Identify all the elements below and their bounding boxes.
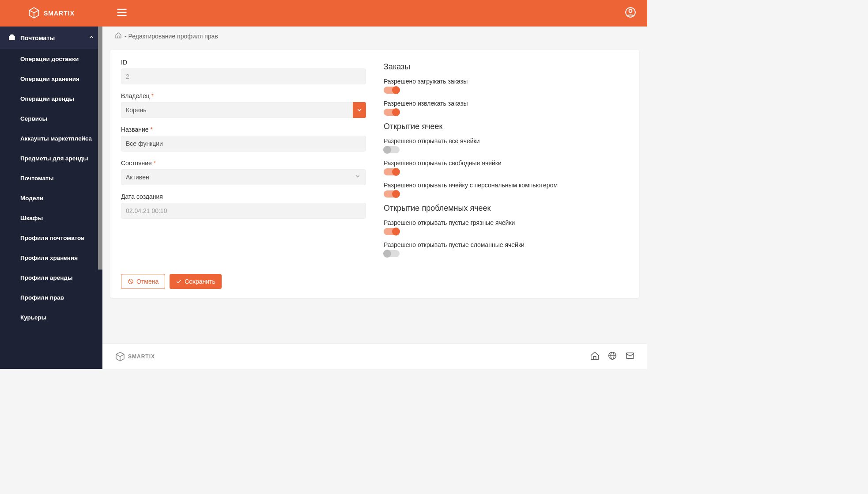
home-icon[interactable] [115, 32, 122, 40]
perm-pc-label: Разрешено открывать ячейку с персональны… [384, 182, 629, 189]
section-problem-cells-title: Открытие проблемных ячеек [384, 204, 629, 213]
required-mark: * [151, 92, 154, 99]
brand-text: SMARTIX [44, 10, 75, 17]
sidebar: Почтоматы Операции доставкиОперации хран… [0, 27, 102, 369]
toolbox-icon [8, 33, 16, 42]
sidebar-item[interactable]: Операции доставки [0, 49, 102, 69]
cancel-button[interactable]: Отмена [121, 274, 165, 289]
brand-logo[interactable]: SMARTIX [0, 0, 102, 27]
breadcrumb: - Редактирование профиля прав [102, 27, 647, 46]
chevron-up-icon [88, 34, 94, 42]
svg-rect-10 [626, 353, 634, 358]
owner-input[interactable] [121, 102, 353, 118]
section-orders-title: Заказы [384, 62, 629, 72]
perm-all-label: Разрешено открывать все ячейки [384, 137, 629, 144]
required-mark: * [154, 160, 156, 167]
footer: SMARTIX [102, 343, 647, 369]
form-left-column: ID Владелец * [121, 59, 366, 263]
perm-load-toggle[interactable] [384, 87, 400, 94]
hamburger-icon[interactable] [116, 6, 128, 20]
id-input [121, 68, 366, 84]
sidebar-item[interactable]: Профили почтоматов [0, 228, 102, 248]
perm-extract-toggle[interactable] [384, 109, 400, 116]
top-header: SMARTIX [0, 0, 647, 27]
name-label: Название [121, 126, 149, 133]
sidebar-item[interactable]: Модели [0, 188, 102, 208]
perm-broken-label: Разрешено открывать пустые сломанные яче… [384, 241, 629, 248]
cancel-label: Отмена [136, 278, 159, 285]
sidebar-group-label: Почтоматы [20, 34, 55, 42]
sidebar-item[interactable]: Шкафы [0, 208, 102, 228]
form-panel: ID Владелец * [110, 50, 639, 298]
required-mark: * [150, 126, 152, 133]
svg-point-4 [629, 9, 632, 12]
sidebar-item[interactable]: Операции хранения [0, 69, 102, 89]
footer-mail-icon[interactable] [625, 351, 635, 362]
perm-extract-label: Разрешено извлекать заказы [384, 100, 629, 107]
box-icon [28, 7, 40, 20]
owner-dropdown-button[interactable] [353, 102, 366, 118]
sidebar-item[interactable]: Предметы для аренды [0, 148, 102, 168]
state-select[interactable] [121, 169, 366, 185]
sidebar-item[interactable]: Сервисы [0, 109, 102, 129]
perm-pc-toggle[interactable] [384, 190, 400, 198]
created-label: Дата создания [121, 193, 366, 200]
sidebar-item[interactable]: Почтоматы [0, 168, 102, 188]
sidebar-item[interactable]: Аккаунты маркетплейса [0, 129, 102, 148]
perm-free-toggle[interactable] [384, 168, 400, 175]
perm-all-toggle[interactable] [384, 146, 400, 153]
name-input[interactable] [121, 136, 366, 152]
breadcrumb-text: - Редактирование профиля прав [125, 33, 218, 40]
footer-globe-icon[interactable] [608, 351, 617, 362]
footer-brand-text: SMARTIX [128, 353, 155, 360]
sidebar-group-postomats[interactable]: Почтоматы [0, 27, 102, 49]
state-label: Состояние [121, 160, 152, 167]
perm-load-label: Разрешено загружать заказы [384, 78, 629, 85]
sidebar-item[interactable]: Профили хранения [0, 248, 102, 268]
perm-free-label: Разрешено открывать свободные ячейки [384, 160, 629, 167]
perm-dirty-toggle[interactable] [384, 228, 400, 235]
created-input [121, 203, 366, 219]
scrollbar-thumb[interactable] [98, 27, 102, 270]
sidebar-item[interactable]: Операции аренды [0, 89, 102, 109]
footer-brand: SMARTIX [115, 351, 155, 362]
perm-broken-toggle[interactable] [384, 250, 400, 257]
footer-home-icon[interactable] [590, 351, 600, 362]
section-open-cells-title: Открытие ячеек [384, 122, 629, 131]
form-right-column: Заказы Разрешено загружать заказы Разреш… [384, 59, 629, 263]
save-button[interactable]: Сохранить [170, 274, 222, 289]
sidebar-item[interactable]: Профили прав [0, 288, 102, 308]
id-label: ID [121, 59, 366, 66]
owner-label: Владелец [121, 92, 150, 99]
sidebar-item[interactable]: Профили аренды [0, 268, 102, 288]
user-circle-icon[interactable] [625, 7, 636, 20]
svg-line-6 [129, 280, 132, 283]
perm-dirty-label: Разрешено открывать пустые грязные ячейк… [384, 219, 629, 226]
save-label: Сохранить [185, 278, 215, 285]
sidebar-item[interactable]: Курьеры [0, 308, 102, 327]
